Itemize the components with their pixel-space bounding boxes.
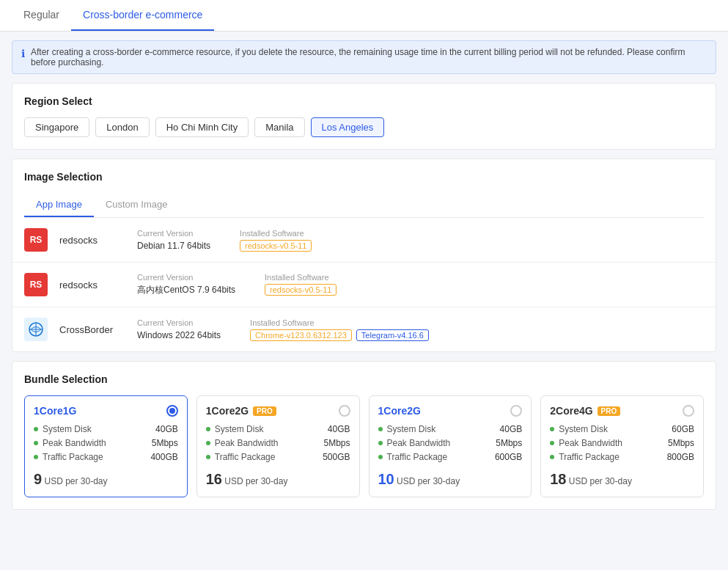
- version-label-3: Current Version: [137, 318, 221, 327]
- software-label-1: Installed Software: [240, 229, 312, 238]
- region-btn-singapore[interactable]: Singapore: [24, 117, 89, 137]
- image-section-header: Image Selection App Image Custom Image: [12, 159, 716, 218]
- region-btn-ho-chi-minh[interactable]: Ho Chi Minh City: [155, 117, 249, 137]
- spec-dot: [34, 427, 38, 431]
- redsocks-debian-software-block: Installed Software redsocks-v0.5-11: [240, 229, 312, 252]
- image-selection-title: Image Selection: [24, 171, 704, 183]
- spec-dot: [378, 455, 383, 459]
- redsocks-centos-version: 高内核CentOS 7.9 64bits: [137, 285, 235, 295]
- crossborder-software-tags: Chrome-v123.0.6312.123 Telegram-v4.16.6: [250, 329, 429, 341]
- image-row-redsocks-centos[interactable]: RS redsocks Current Version 高内核CentOS 7.…: [12, 263, 716, 307]
- image-tabs: App Image Custom Image: [24, 193, 704, 218]
- bundle-selection-section: Bundle Selection 1Core1G System Disk 40G…: [12, 361, 716, 510]
- bundle-1core1g-spec-0-val: 40GB: [155, 424, 178, 434]
- bundle-1core2g-spec-2-val: 600GB: [495, 452, 522, 462]
- spec-dot: [550, 455, 554, 459]
- bundle-2core4g-pro-badge: PRO: [598, 406, 621, 416]
- bundle-2core4g-pro-price-num: 18: [550, 471, 566, 487]
- bundle-2core4g-pro-price: 18 USD per 30-day: [550, 471, 694, 488]
- bundle-2core4g-pro-spec-0: System Disk 60GB: [550, 424, 694, 434]
- bundle-2core4g-pro-price-unit: USD per 30-day: [569, 476, 632, 486]
- bundle-card-1core2g[interactable]: 1Core2G System Disk 40GB Peak Bandwidth …: [369, 395, 532, 497]
- spec-dot: [34, 455, 38, 459]
- bundle-1core1g-radio[interactable]: [166, 405, 178, 417]
- version-label-2: Current Version: [137, 273, 235, 282]
- bundle-card-2core4g-pro[interactable]: 2Core4G PRO System Disk 60GB Peak Bandwi…: [540, 395, 704, 497]
- bundle-1core2g-pro-spec-0-val: 40GB: [328, 424, 350, 434]
- bundle-card-1core2g-pro[interactable]: 1Core2G PRO System Disk 40GB Peak Bandwi…: [196, 395, 360, 497]
- bundle-1core2g-spec-0: System Disk 40GB: [378, 424, 523, 434]
- bundle-1core2g-header: 1Core2G: [378, 405, 523, 417]
- bundle-grid: 1Core1G System Disk 40GB Peak Bandwidth …: [24, 395, 704, 497]
- redsocks-debian-meta: Current Version Debian 11.7 64bits Insta…: [137, 229, 704, 252]
- bundle-1core1g-spec-2: Traffic Package 400GB: [34, 452, 178, 462]
- bundle-2core4g-pro-spec-1-val: 5Mbps: [668, 438, 694, 448]
- redsocks-debian-name: redsocks: [59, 235, 125, 246]
- region-buttons: Singapore London Ho Chi Minh City Manila…: [24, 117, 704, 137]
- version-label-1: Current Version: [137, 229, 210, 238]
- redsocks-centos-software-tags: redsocks-v0.5-11: [265, 284, 337, 296]
- crossborder-tag-1: Telegram-v4.16.6: [356, 329, 429, 341]
- bundle-1core1g-price: 9 USD per 30-day: [34, 471, 178, 488]
- bundle-1core2g-pro-spec-2: Traffic Package 500GB: [206, 452, 350, 462]
- region-select-section: Region Select Singapore London Ho Chi Mi…: [12, 83, 716, 150]
- bundle-2core4g-pro-spec-2-val: 800GB: [667, 452, 694, 462]
- bundle-1core2g-spec-2: Traffic Package 600GB: [378, 452, 523, 462]
- bundle-card-1core1g[interactable]: 1Core1G System Disk 40GB Peak Bandwidth …: [24, 395, 188, 497]
- spec-dot: [550, 441, 554, 445]
- tab-cross-border[interactable]: Cross-border e-commerce: [71, 0, 214, 31]
- bundle-1core1g-spec-2-val: 400GB: [150, 452, 177, 462]
- bundle-1core2g-pro-radio[interactable]: [339, 405, 350, 417]
- image-row-crossborder[interactable]: CrossBorder Current Version Windows 2022…: [12, 307, 716, 351]
- crossborder-logo: [24, 318, 48, 341]
- notice-text: After creating a cross-border e-commerce…: [31, 47, 707, 67]
- tab-app-image[interactable]: App Image: [24, 193, 94, 217]
- redsocks-debian-software-tags: redsocks-v0.5-11: [240, 240, 312, 252]
- bundle-1core1g-price-unit: USD per 30-day: [44, 476, 107, 486]
- bundle-1core1g-spec-1-val: 5Mbps: [152, 438, 178, 448]
- image-selection-section: Image Selection App Image Custom Image R…: [12, 158, 716, 352]
- redsocks-centos-name: redsocks: [59, 279, 125, 291]
- bundle-1core2g-pro-spec-0: System Disk 40GB: [206, 424, 350, 434]
- bundle-1core2g-price: 10 USD per 30-day: [378, 471, 523, 488]
- redsocks-debian-version-block: Current Version Debian 11.7 64bits: [137, 229, 210, 252]
- bundle-2core4g-pro-spec-2: Traffic Package 800GB: [550, 452, 694, 462]
- region-btn-london[interactable]: London: [95, 117, 149, 137]
- image-row-redsocks-debian[interactable]: RS redsocks Current Version Debian 11.7 …: [12, 218, 716, 263]
- bundle-1core2g-price-num: 10: [378, 471, 394, 487]
- redsocks-debian-logo: RS: [24, 228, 48, 252]
- bundle-2core4g-pro-radio[interactable]: [683, 405, 694, 417]
- bundle-1core1g-name: 1Core1G: [34, 405, 76, 417]
- bundle-1core1g-header: 1Core1G: [34, 405, 178, 417]
- bundle-1core2g-pro-name: 1Core2G: [206, 405, 249, 417]
- spec-dot: [550, 427, 554, 431]
- bundle-1core2g-pro-price-unit: USD per 30-day: [224, 476, 287, 486]
- bundle-1core1g-spec-1: Peak Bandwidth 5Mbps: [34, 438, 178, 448]
- spec-dot: [378, 427, 383, 431]
- bundle-1core2g-pro-badge: PRO: [253, 406, 276, 416]
- redsocks-centos-meta: Current Version 高内核CentOS 7.9 64bits Ins…: [137, 273, 704, 296]
- region-select-title: Region Select: [24, 95, 704, 107]
- bundle-1core1g-spec-0: System Disk 40GB: [34, 424, 178, 434]
- bundle-1core2g-pro-header: 1Core2G PRO: [206, 405, 350, 417]
- bundle-1core2g-radio[interactable]: [510, 405, 522, 417]
- bundle-2core4g-pro-spec-0-val: 60GB: [672, 424, 694, 434]
- tab-regular[interactable]: Regular: [12, 0, 71, 31]
- region-btn-manila[interactable]: Manila: [254, 117, 304, 137]
- tab-custom-image[interactable]: Custom Image: [94, 193, 180, 217]
- bundle-1core2g-spec-1-val: 5Mbps: [496, 438, 522, 448]
- bundle-selection-title: Bundle Selection: [24, 373, 704, 385]
- bundle-1core2g-pro-price-num: 16: [206, 471, 222, 487]
- notice-bar: ℹ After creating a cross-border e-commer…: [12, 40, 716, 74]
- crossborder-version-block: Current Version Windows 2022 64bits: [137, 318, 221, 341]
- spec-dot: [206, 455, 210, 459]
- bundle-2core4g-pro-spec-1: Peak Bandwidth 5Mbps: [550, 438, 694, 448]
- region-btn-los-angeles[interactable]: Los Angeles: [311, 117, 385, 137]
- spec-dot: [34, 441, 38, 445]
- bundle-2core4g-pro-header: 2Core4G PRO: [550, 405, 694, 417]
- crossborder-software-block: Installed Software Chrome-v123.0.6312.12…: [250, 318, 429, 341]
- redsocks-debian-tag-0: redsocks-v0.5-11: [240, 240, 312, 252]
- bundle-1core2g-spec-1: Peak Bandwidth 5Mbps: [378, 438, 523, 448]
- crossborder-name: CrossBorder: [59, 324, 125, 335]
- bundle-2core4g-pro-name: 2Core4G: [550, 405, 592, 417]
